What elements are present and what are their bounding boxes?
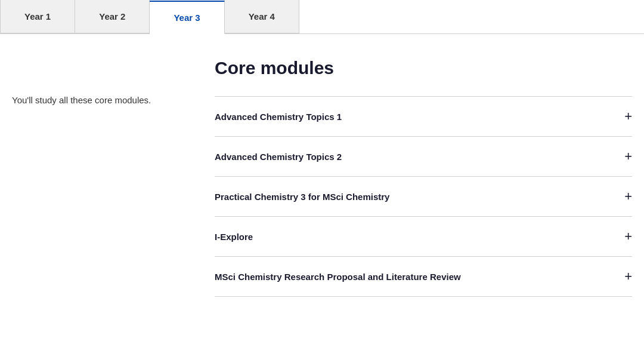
module-name-3: Practical Chemistry 3 for MSci Chemistry — [215, 192, 612, 202]
module-name-2: Advanced Chemistry Topics 2 — [215, 152, 612, 162]
module-list: Advanced Chemistry Topics 1 + Advanced C… — [215, 96, 632, 297]
tab-year1[interactable]: Year 1 — [0, 0, 75, 33]
expand-icon-3: + — [624, 190, 632, 203]
expand-icon-4: + — [624, 230, 632, 243]
module-item-2[interactable]: Advanced Chemistry Topics 2 + — [215, 137, 632, 177]
tab-year2[interactable]: Year 2 — [75, 0, 150, 33]
tab-year3[interactable]: Year 3 — [150, 1, 224, 34]
main-content: You'll study all these core modules. Cor… — [0, 34, 644, 321]
tab-year4[interactable]: Year 4 — [225, 0, 299, 33]
module-item-4[interactable]: I-Explore + — [215, 217, 632, 257]
module-item-3[interactable]: Practical Chemistry 3 for MSci Chemistry… — [215, 177, 632, 217]
module-item-1[interactable]: Advanced Chemistry Topics 1 + — [215, 97, 632, 137]
left-panel: You'll study all these core modules. — [12, 58, 191, 297]
section-title: Core modules — [215, 58, 632, 78]
module-name-1: Advanced Chemistry Topics 1 — [215, 112, 612, 122]
right-panel: Core modules Advanced Chemistry Topics 1… — [191, 58, 632, 297]
expand-icon-1: + — [624, 110, 632, 123]
module-name-4: I-Explore — [215, 232, 612, 242]
expand-icon-5: + — [624, 270, 632, 283]
left-panel-description: You'll study all these core modules. — [12, 94, 179, 107]
module-item-5[interactable]: MSci Chemistry Research Proposal and Lit… — [215, 257, 632, 297]
expand-icon-2: + — [624, 150, 632, 163]
tab-bar: Year 1 Year 2 Year 3 Year 4 — [0, 0, 644, 34]
module-name-5: MSci Chemistry Research Proposal and Lit… — [215, 272, 612, 282]
